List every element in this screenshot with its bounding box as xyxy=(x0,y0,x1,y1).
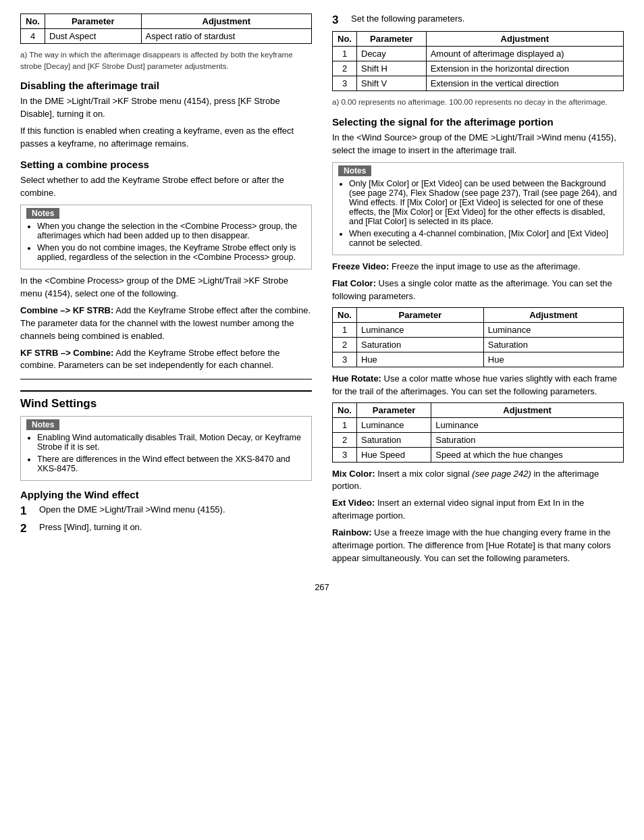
step1-content: Open the DME >Light/Trail >Wind menu (41… xyxy=(39,504,312,518)
notes-label-1: Notes xyxy=(26,208,59,219)
row-no: 2 xyxy=(333,432,357,447)
notes-list-1: When you change the selection in the <Co… xyxy=(26,221,306,262)
hue-rotate-block: Hue Rotate: Use a color matte whose hue … xyxy=(332,373,624,398)
step-2: 2 Press [Wind], turning it on. xyxy=(20,522,312,535)
hue-rotate-term: Hue Rotate: xyxy=(332,373,381,384)
disabling-p1: In the DME >Light/Trail >KF Strobe menu … xyxy=(20,95,312,121)
table-row: 3 Hue Speed Speed at which the hue chang… xyxy=(333,447,624,462)
top-footnote: a) The way in which the afterimage disap… xyxy=(20,49,312,72)
row-adj: Extension in the vertical direction xyxy=(426,76,623,91)
notes-box-signal: Notes Only [Mix Color] or [Ext Video] ca… xyxy=(332,162,624,255)
row-param: Hue Speed xyxy=(357,447,431,462)
table-row: 4 Dust Aspect Aspect ratio of stardust xyxy=(21,29,312,44)
freeze-block: Freeze Video: Freeze the input image to … xyxy=(332,261,624,273)
col-no: No. xyxy=(21,14,45,29)
list-item: When executing a 4-channel combination, … xyxy=(349,229,618,248)
table-row: 3 Shift V Extension in the vertical dire… xyxy=(333,76,624,91)
list-item: Only [Mix Color] or [Ext Video] can be u… xyxy=(349,179,618,226)
table-row: 1 Decay Amount of afterimage displayed a… xyxy=(333,47,624,61)
notes-label-2: Notes xyxy=(26,419,59,430)
combine-heading: Setting a combine process xyxy=(20,159,312,170)
table-row: 1 Luminance Luminance xyxy=(333,417,624,432)
top-table: No. Parameter Adjustment 4 Dust Aspect A… xyxy=(20,14,312,44)
signal-heading: Selecting the signal for the afterimage … xyxy=(332,116,624,128)
row-adj: Saturation xyxy=(483,337,623,352)
notes-box-1: Notes When you change the selection in t… xyxy=(20,205,312,269)
combine-p1: Select whether to add the Keyframe Strob… xyxy=(20,174,312,200)
wind-divider xyxy=(20,379,312,379)
step2-num: 2 xyxy=(20,522,34,535)
list-item: There are differences in the Wind effect… xyxy=(37,454,306,473)
step1-num: 1 xyxy=(20,504,34,518)
table-row: 2 Saturation Saturation xyxy=(333,432,624,447)
row-no: 1 xyxy=(333,417,357,432)
row-param: Shift H xyxy=(357,61,427,76)
row-no: 1 xyxy=(333,47,357,61)
flat-block: Flat Color: Uses a single color matte as… xyxy=(332,278,624,303)
ext-term: Ext Video: xyxy=(332,498,375,508)
mix-desc: Insert a mix color signal xyxy=(375,469,473,479)
col-param: Parameter xyxy=(357,32,427,47)
step-3: 3 Set the following parameters. xyxy=(332,14,624,27)
applying-heading: Applying the Wind effect xyxy=(20,489,312,500)
col-adj: Adjustment xyxy=(431,402,624,417)
table-row: 2 Shift H Extension in the horizontal di… xyxy=(333,61,624,76)
col-param: Parameter xyxy=(45,14,142,29)
right-column: 3 Set the following parameters. No. Para… xyxy=(332,14,624,569)
freeze-desc: Freeze the input image to use as the aft… xyxy=(389,261,580,271)
page-container: No. Parameter Adjustment 4 Dust Aspect A… xyxy=(20,14,624,569)
disabling-p2: If this function is enabled when creatin… xyxy=(20,125,312,151)
row-param: Saturation xyxy=(357,432,431,447)
row-param: Dust Aspect xyxy=(45,29,142,44)
mix-term: Mix Color: xyxy=(332,469,375,479)
col-param: Parameter xyxy=(357,307,484,322)
col-adj: Adjustment xyxy=(141,14,312,29)
col-param: Parameter xyxy=(357,402,431,417)
row-adj: Luminance xyxy=(431,417,624,432)
page-number: 267 xyxy=(20,582,624,592)
flat-table: No. Parameter Adjustment 1 Luminance Lum… xyxy=(332,307,624,367)
ext-block: Ext Video: Insert an external video sign… xyxy=(332,497,624,523)
col-no: No. xyxy=(333,307,357,322)
combine-p2: In the <Combine Process> group of the DM… xyxy=(20,275,312,300)
row-param: Shift V xyxy=(357,76,427,91)
mix-desc-italic: (see page 242) xyxy=(472,469,531,479)
combine-term1-block: Combine –> KF STRB: Add the Keyframe Str… xyxy=(20,305,312,343)
col-adj: Adjustment xyxy=(483,307,623,322)
table-row: 3 Hue Hue xyxy=(333,352,624,367)
row-adj: Aspect ratio of stardust xyxy=(141,29,312,44)
row-param: Luminance xyxy=(357,322,484,337)
combine-term2-block: KF STRB –> Combine: Add the Keyframe Str… xyxy=(20,347,312,373)
rainbow-block: Rainbow: Use a freeze image with the hue… xyxy=(332,527,624,565)
combine-term2: KF STRB –> Combine: xyxy=(20,348,113,358)
row-param: Decay xyxy=(357,47,427,61)
step3-num: 3 xyxy=(332,14,346,27)
col-adj: Adjustment xyxy=(426,32,623,47)
row-param: Hue xyxy=(357,352,484,367)
row-adj: Hue xyxy=(483,352,623,367)
row-no: 1 xyxy=(333,322,357,337)
wind-heading: Wind Settings xyxy=(20,390,312,411)
notes-list-2: Enabling Wind automatically disables Tra… xyxy=(26,433,306,473)
row-param: Saturation xyxy=(357,337,484,352)
step-1: 1 Open the DME >Light/Trail >Wind menu (… xyxy=(20,504,312,518)
row-no: 2 xyxy=(333,61,357,76)
params-footnote: a) 0.00 represents no afterimage. 100.00… xyxy=(332,97,624,108)
row-no: 3 xyxy=(333,76,357,91)
rainbow-term: Rainbow: xyxy=(332,527,372,537)
step3-content: Set the following parameters. xyxy=(351,14,624,27)
row-adj: Speed at which the hue changes xyxy=(431,447,624,462)
params-table: No. Parameter Adjustment 1 Decay Amount … xyxy=(332,31,624,91)
row-no: 4 xyxy=(21,29,45,44)
table-row: 1 Luminance Luminance xyxy=(333,322,624,337)
signal-p1: In the <Wind Source> group of the DME >L… xyxy=(332,132,624,157)
combine-term1: Combine –> KF STRB: xyxy=(20,305,113,315)
table-row: 2 Saturation Saturation xyxy=(333,337,624,352)
hue-rotate-table: No. Parameter Adjustment 1 Luminance Lum… xyxy=(332,402,624,463)
row-no: 2 xyxy=(333,337,357,352)
rainbow-desc: Use a freeze image with the hue changing… xyxy=(332,527,611,563)
row-adj: Extension in the horizontal direction xyxy=(426,61,623,76)
disabling-heading: Disabling the afterimage trail xyxy=(20,80,312,91)
row-adj: Amount of afterimage displayed a) xyxy=(426,47,623,61)
row-no: 3 xyxy=(333,447,357,462)
